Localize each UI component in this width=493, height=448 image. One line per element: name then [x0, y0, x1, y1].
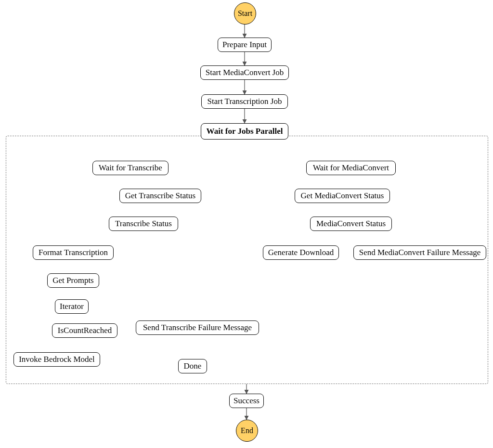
node-format-transcription: Format Transcription	[33, 245, 114, 260]
node-wait-mediaconvert: Wait for MediaConvert	[306, 161, 396, 175]
node-wait-transcribe: Wait for Transcribe	[92, 161, 169, 175]
node-done: Done	[178, 359, 207, 373]
start-label: Start	[238, 9, 252, 18]
node-prepare-input: Prepare Input	[218, 38, 272, 52]
node-invoke-bedrock: Invoke Bedrock Model	[13, 352, 100, 367]
node-get-transcribe-status: Get Transcribe Status	[119, 189, 201, 203]
node-transcribe-status: Transcribe Status	[109, 217, 178, 231]
node-wait-parallel: Wait for Jobs Parallel	[201, 123, 288, 140]
flowchart-stage: Start End Prepare Input Start MediaConve…	[0, 0, 493, 448]
end-label: End	[241, 426, 253, 435]
node-send-mediaconvert-fail: Send MediaConvert Failure Message	[353, 245, 486, 260]
node-is-count-reached: IsCountReached	[52, 323, 117, 338]
node-mediaconvert-status: MediaConvert Status	[310, 217, 392, 231]
node-success: Success	[229, 394, 264, 408]
parallel-container	[6, 136, 488, 384]
end-terminal: End	[236, 420, 258, 442]
node-start-mediaconvert: Start MediaConvert Job	[200, 65, 289, 80]
node-send-transcribe-fail: Send Transcribe Failure Message	[136, 320, 259, 335]
node-start-transcription: Start Transcription Job	[201, 94, 288, 109]
node-generate-download: Generate Download	[263, 245, 339, 260]
node-get-prompts: Get Prompts	[47, 273, 99, 288]
node-iterator: Iterator	[55, 299, 89, 314]
start-terminal: Start	[234, 2, 256, 25]
node-get-mediaconvert-status: Get MediaConvert Status	[295, 189, 390, 203]
